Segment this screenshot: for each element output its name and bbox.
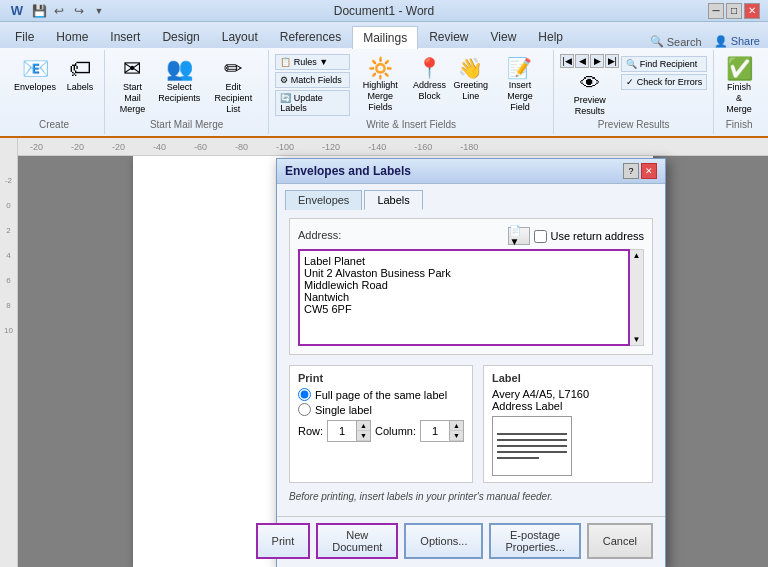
address-textarea[interactable]: Label Planet Unit 2 Alvaston Business Pa… [300, 251, 628, 341]
epostage-btn[interactable]: E-postage Properties... [489, 523, 580, 559]
dialog-title-bar: Envelopes and Labels ? ✕ [277, 159, 665, 184]
doc-icon-btn[interactable]: 📄▼ [508, 227, 530, 245]
tab-layout[interactable]: Layout [211, 25, 269, 48]
print-label-sections: Print Full page of the same label Single… [289, 365, 653, 483]
dialog-tab-envelopes[interactable]: Envelopes [285, 190, 362, 210]
row-input[interactable] [328, 425, 356, 437]
start-mail-merge-btn[interactable]: ✉ Start MailMerge [111, 54, 154, 116]
row-col-section: Row: ▲ ▼ Column: [298, 420, 464, 442]
group-start-mail-merge-label: Start Mail Merge [111, 119, 262, 134]
highlight-merge-btn[interactable]: 🔆 HighlightMerge Fields [352, 54, 408, 114]
ribbon-group-start-mail-merge: ✉ Start MailMerge 👥 SelectRecipients ✏ E… [105, 50, 269, 134]
tab-review[interactable]: Review [418, 25, 479, 48]
labels-btn[interactable]: 🏷 Labels [62, 54, 98, 95]
ribbon-tabs: File Home Insert Design Layout Reference… [0, 22, 768, 48]
address-block-btn[interactable]: 📍 AddressBlock [410, 54, 448, 104]
insert-merge-field-btn[interactable]: 📝 Insert MergeField [493, 54, 548, 114]
tab-help[interactable]: Help [527, 25, 574, 48]
quick-access-toolbar: 💾 ↩ ↪ ▼ [30, 2, 108, 20]
search-box[interactable]: 🔍Search [650, 35, 702, 48]
col-up-btn[interactable]: ▲ [449, 421, 463, 431]
row-arrows: ▲ ▼ [356, 421, 370, 441]
undo-qa-btn[interactable]: ↩ [50, 2, 68, 20]
address-section: Address: 📄▼ Use return address [289, 218, 653, 355]
tab-design[interactable]: Design [151, 25, 210, 48]
vertical-ruler: -2 0 2 4 6 8 10 [0, 138, 18, 567]
label-name: Avery A4/A5, L7160 [492, 388, 644, 400]
dialog-help-btn[interactable]: ? [623, 163, 639, 179]
options-btn[interactable]: Options... [404, 523, 483, 559]
label-section: Label Avery A4/A5, L7160 Address Label [483, 365, 653, 483]
tab-references[interactable]: References [269, 25, 352, 48]
minimize-btn[interactable]: ─ [708, 3, 724, 19]
rules-btn[interactable]: 📋 Rules ▼ [275, 54, 350, 70]
full-page-option: Full page of the same label [298, 388, 464, 401]
label-preview [492, 416, 572, 476]
col-input[interactable] [421, 425, 449, 437]
save-qa-btn[interactable]: 💾 [30, 2, 48, 20]
preview-last-btn[interactable]: ▶| [605, 54, 619, 68]
label-line-2 [497, 439, 567, 441]
preview-prev-btn[interactable]: ◀ [575, 54, 589, 68]
scroll-down-btn[interactable]: ▼ [630, 334, 643, 345]
word-logo: W [8, 2, 26, 20]
preview-results-btn[interactable]: 👁 PreviewResults [565, 70, 615, 119]
select-recipients-btn[interactable]: 👥 SelectRecipients [156, 54, 203, 106]
dialog-close-btn[interactable]: ✕ [641, 163, 657, 179]
horizontal-ruler: -20 -20 -20 -40 -60 -80 -100 -120 -140 -… [18, 138, 768, 156]
dialog-tab-labels[interactable]: Labels [364, 190, 422, 210]
single-label-radio[interactable] [298, 403, 311, 416]
customize-qa-btn[interactable]: ▼ [90, 2, 108, 20]
col-spinbox: ▲ ▼ [420, 420, 464, 442]
label-line-5 [497, 457, 539, 459]
title-bar: W 💾 ↩ ↪ ▼ Document1 - Word ─ □ ✕ [0, 0, 768, 22]
update-labels-btn[interactable]: 🔄 Update Labels [275, 90, 350, 116]
share-btn[interactable]: 👤 Share [714, 35, 760, 48]
title-bar-left: W 💾 ↩ ↪ ▼ [8, 2, 108, 20]
envelopes-btn[interactable]: 📧 Envelopes [10, 54, 60, 95]
print-btn[interactable]: Print [256, 523, 311, 559]
scroll-up-btn[interactable]: ▲ [630, 250, 643, 261]
dialog-controls: ? ✕ [623, 163, 657, 179]
dialog-container: Envelopes and Labels ? ✕ Envelopes Label… [276, 158, 666, 567]
match-fields-btn[interactable]: ⚙ Match Fields [275, 72, 350, 88]
address-scrollbar: ▲ ▼ [630, 249, 644, 346]
check-errors-btn[interactable]: ✓ Check for Errors [621, 74, 707, 90]
preview-next-btn[interactable]: ▶ [590, 54, 604, 68]
row-up-btn[interactable]: ▲ [356, 421, 370, 431]
address-border: Label Planet Unit 2 Alvaston Business Pa… [298, 249, 630, 346]
full-page-radio[interactable] [298, 388, 311, 401]
use-return-address-checkbox[interactable] [534, 230, 547, 243]
tab-mailings[interactable]: Mailings [352, 26, 418, 49]
find-recipient-btn[interactable]: 🔍 Find Recipient [621, 56, 707, 72]
close-btn[interactable]: ✕ [744, 3, 760, 19]
address-input-area: Label Planet Unit 2 Alvaston Business Pa… [298, 249, 644, 346]
label-section-title: Label [492, 372, 644, 384]
redo-qa-btn[interactable]: ↪ [70, 2, 88, 20]
tab-file[interactable]: File [4, 25, 45, 48]
cancel-btn[interactable]: Cancel [587, 523, 653, 559]
preview-first-btn[interactable]: |◀ [560, 54, 574, 68]
edit-recipient-list-btn[interactable]: ✏ EditRecipient List [205, 54, 263, 116]
new-document-btn[interactable]: New Document [316, 523, 398, 559]
greeting-line-btn[interactable]: 👋 GreetingLine [451, 54, 491, 104]
col-down-btn[interactable]: ▼ [449, 431, 463, 441]
row-down-btn[interactable]: ▼ [356, 431, 370, 441]
tab-view[interactable]: View [480, 25, 528, 48]
group-create-label: Create [10, 119, 98, 134]
single-label-option: Single label [298, 403, 464, 416]
ribbon-group-create: 📧 Envelopes 🏷 Labels Create [4, 50, 105, 134]
tab-insert[interactable]: Insert [99, 25, 151, 48]
use-return-address-label: Use return address [534, 230, 644, 243]
print-section: Print Full page of the same label Single… [289, 365, 473, 483]
envelopes-labels-dialog: Envelopes and Labels ? ✕ Envelopes Label… [276, 158, 666, 567]
label-type: Address Label [492, 400, 644, 412]
window-controls: ─ □ ✕ [708, 3, 760, 19]
label-line-1 [497, 433, 567, 435]
restore-btn[interactable]: □ [726, 3, 742, 19]
ribbon-group-preview: |◀ ◀ ▶ ▶| 👁 PreviewResults 🔍 Find Recipi… [554, 50, 714, 134]
tab-home[interactable]: Home [45, 25, 99, 48]
finish-merge-btn[interactable]: ✅ Finish &Merge [720, 54, 758, 116]
address-label: Address: [298, 229, 341, 241]
dialog-footer: Print New Document Options... E-postage … [277, 516, 665, 567]
